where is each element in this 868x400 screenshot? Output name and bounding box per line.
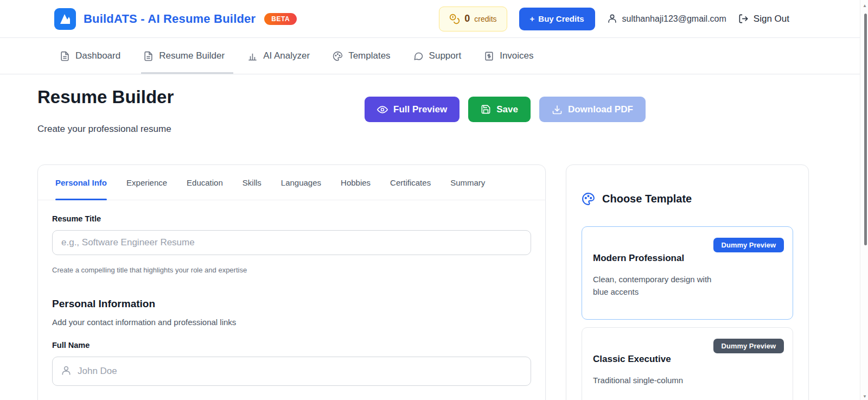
- resume-title-input[interactable]: [52, 230, 531, 255]
- scrollbar-thumb[interactable]: [864, 14, 867, 245]
- save-button[interactable]: Save: [468, 97, 531, 122]
- user-icon: [607, 14, 617, 24]
- invoice-icon: [484, 51, 494, 61]
- page-subtitle: Create your professional resume: [37, 124, 171, 135]
- brand: BuildATS - AI Resume Builder BETA: [54, 8, 297, 30]
- tab-languages[interactable]: Languages: [281, 165, 321, 200]
- bar-chart-icon: [247, 51, 258, 61]
- download-pdf-label: Download PDF: [568, 104, 633, 115]
- choose-template-header: Choose Template: [582, 192, 793, 206]
- beta-badge: BETA: [264, 13, 297, 25]
- tab-experience[interactable]: Experience: [126, 165, 167, 200]
- template-name: Classic Executive: [593, 354, 782, 365]
- sign-out-label: Sign Out: [754, 14, 789, 24]
- nav-label: Dashboard: [75, 50, 120, 61]
- buy-credits-label: Buy Credits: [538, 14, 584, 23]
- tab-hobbies[interactable]: Hobbies: [341, 165, 371, 200]
- full-name-label: Full Name: [52, 341, 531, 350]
- download-icon: [552, 104, 563, 115]
- nav-item-ai-analyzer[interactable]: AI Analyzer: [247, 38, 310, 74]
- credits-count: 0: [464, 13, 470, 24]
- resume-title-label: Resume Title: [52, 214, 531, 223]
- form-body: Resume Title Create a compelling title t…: [38, 200, 545, 386]
- form-tabs: Personal Info Experience Education Skill…: [38, 165, 545, 200]
- template-name: Modern Professional: [593, 253, 782, 264]
- buy-credits-button[interactable]: + Buy Credits: [519, 8, 595, 30]
- nav-item-support[interactable]: Support: [413, 38, 462, 74]
- eye-icon: [377, 104, 388, 115]
- save-label: Save: [496, 104, 518, 115]
- tab-skills[interactable]: Skills: [242, 165, 261, 200]
- user-email: sulthanhaji123@gmail.com: [622, 14, 726, 24]
- chat-bubble-icon: [413, 51, 424, 61]
- personal-information-subheading: Add your contact information and profess…: [52, 318, 531, 327]
- app-header: BuildATS - AI Resume Builder BETA 0 cred…: [0, 0, 868, 38]
- file-icon: [143, 51, 154, 61]
- page-title: Resume Builder: [37, 87, 174, 107]
- resume-title-helper: Create a compelling title that highlight…: [52, 266, 531, 274]
- full-name-field: Full Name: [52, 341, 531, 386]
- tab-summary[interactable]: Summary: [450, 165, 485, 200]
- tab-certificates[interactable]: Certificates: [390, 165, 431, 200]
- full-preview-label: Full Preview: [393, 104, 447, 115]
- scroll-down-arrow-icon[interactable]: ▼: [863, 394, 867, 399]
- sign-out-icon: [738, 14, 749, 24]
- nav-label: Templates: [348, 50, 390, 61]
- page-actions: Full Preview Save Download PDF: [365, 97, 646, 122]
- credits-indicator: 0 credits: [439, 7, 507, 31]
- template-description: Traditional single-column: [593, 374, 715, 387]
- tab-education[interactable]: Education: [187, 165, 223, 200]
- main-nav: Dashboard Resume Builder AI Analyzer Tem…: [0, 38, 868, 74]
- nav-item-templates[interactable]: Templates: [333, 38, 390, 74]
- dummy-preview-badge[interactable]: Dummy Preview: [713, 339, 784, 353]
- full-preview-button[interactable]: Full Preview: [365, 97, 459, 122]
- file-icon: [60, 51, 70, 61]
- template-description: Clean, contemporary design with blue acc…: [593, 274, 715, 298]
- choose-template-card: Choose Template Dummy Preview Modern Pro…: [566, 164, 809, 400]
- tab-personal-info[interactable]: Personal Info: [55, 165, 107, 200]
- plus-icon: +: [530, 14, 535, 23]
- save-icon: [481, 104, 491, 115]
- nav-item-resume-builder[interactable]: Resume Builder: [143, 38, 225, 74]
- download-pdf-button[interactable]: Download PDF: [539, 97, 646, 122]
- user-account: sulthanhaji123@gmail.com: [607, 14, 726, 24]
- nav-label: Support: [429, 50, 462, 61]
- full-name-input-wrap: [52, 357, 531, 386]
- coins-icon: [449, 14, 460, 24]
- logo-mountain-glyph: [58, 12, 72, 26]
- header-right: 0 credits + Buy Credits sulthanhaji123@g…: [439, 7, 789, 31]
- template-card-modern-professional[interactable]: Dummy Preview Modern Professional Clean,…: [582, 226, 793, 320]
- sign-out-button[interactable]: Sign Out: [738, 14, 789, 24]
- nav-label: AI Analyzer: [263, 50, 310, 61]
- full-name-input[interactable]: [52, 357, 531, 386]
- resume-form-card: Personal Info Experience Education Skill…: [37, 164, 546, 400]
- scroll-up-arrow-icon[interactable]: ▲: [863, 3, 867, 8]
- choose-template-title: Choose Template: [602, 193, 692, 205]
- personal-information-heading: Personal Information: [52, 298, 531, 310]
- palette-icon: [582, 192, 595, 206]
- user-icon: [61, 365, 72, 376]
- palette-icon: [333, 51, 343, 61]
- template-card-classic-executive[interactable]: Dummy Preview Classic Executive Traditio…: [582, 327, 793, 400]
- nav-label: Resume Builder: [159, 50, 225, 61]
- app-title: BuildATS - AI Resume Builder: [84, 12, 256, 26]
- nav-item-dashboard[interactable]: Dashboard: [60, 38, 120, 74]
- nav-label: Invoices: [500, 50, 533, 61]
- app-logo-icon: [54, 8, 76, 30]
- nav-item-invoices[interactable]: Invoices: [484, 38, 533, 74]
- vertical-scrollbar[interactable]: ▲ ▼: [860, 0, 868, 400]
- dummy-preview-badge[interactable]: Dummy Preview: [713, 238, 784, 252]
- credits-label: credits: [474, 15, 496, 23]
